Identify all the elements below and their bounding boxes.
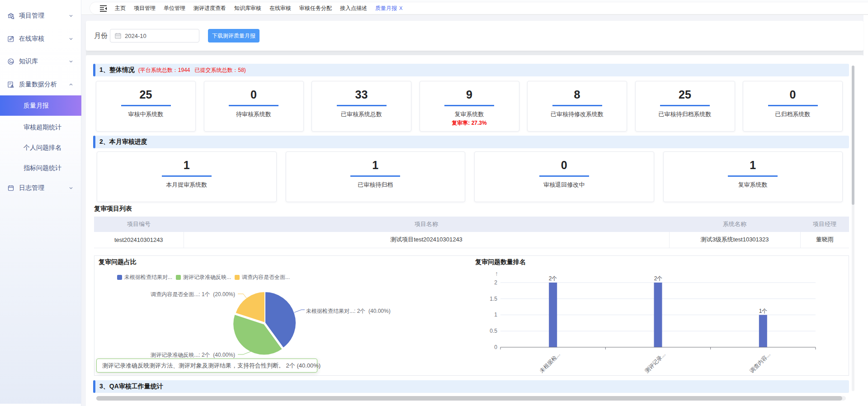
column-header-system-name: 系统名称 [669,217,800,232]
chevron-down-icon [69,59,73,64]
sidebar: 项目管理 在线审核 知识库 质量数据分析 [0,0,81,406]
stat-card-re-review: 9 复审系统数 复审率: 27.3% [420,81,519,132]
stat-label: 已审核系统总数 [312,110,411,118]
horizontal-scrollbar[interactable] [96,396,846,401]
sidebar-item-quality-analysis[interactable]: 质量数据分析 [0,73,81,96]
download-report-button[interactable]: 下载测评质量月报 [208,29,259,42]
section-header-qa-workload: 3、QA审核工作量统计 [94,380,849,393]
stat-card-re-review-count: 1 复审系统数 [663,151,843,202]
section-header-monthly-progress: 2、本月审核进度 [94,136,849,148]
sidebar-subitem-personal-issue-ranking[interactable]: 个人问题排名 [0,137,81,158]
tab-online-review[interactable]: 在线审核 [269,5,291,12]
legend-item[interactable]: 未根据检查结果对... [117,274,172,281]
table-header-row: 项目编号 项目名称 系统名称 项目经理 [94,217,849,232]
cell-project-code: test202410301243 [94,232,184,248]
sidebar-item-label: 在线审核 [19,35,44,43]
online-review-icon [7,35,14,42]
sidebar-item-label: 日志管理 [19,184,44,192]
sidebar-item-online-review[interactable]: 在线审核 [0,28,81,50]
sidebar-item-knowledge-base[interactable]: 知识库 [0,50,81,73]
sidebar-subitem-label: 质量月报 [24,102,49,110]
menu-fold-graphic [100,5,107,12]
stat-note: 复审率: 27.3% [420,119,519,127]
sidebar-item-label: 质量数据分析 [19,80,57,89]
stat-value: 0 [204,88,303,101]
tab-knowledge-review[interactable]: 知识库审核 [234,5,261,12]
stat-underline [444,105,494,106]
stat-value: 33 [312,88,411,101]
legend-item[interactable]: 调查内容是否全面... [235,274,290,281]
stat-value: 8 [528,88,627,101]
stat-value: 1 [286,159,465,171]
y-tick-0_5: 0.5 [484,328,497,334]
bar[interactable] [549,283,557,347]
menu-fold-icon[interactable] [100,5,107,12]
bar[interactable] [654,283,662,347]
section-note: (平台系统总数：1944 已提交系统总数：58) [138,66,246,74]
pie-chart-panel[interactable]: 复审问题占比 未根据检查结果对... 测评记录准确反映... 调查内容是否全面.… [94,255,472,376]
pie-callout-blue: 未根据检查结果对...: 2个 (40.00%) [306,307,391,315]
cell-project-manager: 董晓雨 [800,232,849,248]
pie-callout-yellow: 调查内容是否全面...: 1个 (20.00%) [151,291,235,298]
stat-value: 9 [420,88,519,101]
sidebar-item-label: 知识库 [19,57,38,66]
stat-value: 1 [664,159,843,171]
legend-swatch [235,275,240,280]
sidebar-subitem-label: 审核超期统计 [24,123,61,132]
sidebar-item-label: 项目管理 [19,12,44,20]
pie-tooltip-text: 测评记录准确反映测评方法、测评对象及测评结果，支持符合性判断。 2个 (40.0… [102,362,321,370]
icon-graphic [7,58,14,65]
column-header-project-manager: 项目经理 [800,217,849,232]
legend-item[interactable]: 测评记录准确反映... [176,274,231,281]
stat-value: 0 [475,159,654,171]
stat-label: 本月提审系统数 [97,181,276,189]
review-project-table: 项目编号 项目名称 系统名称 项目经理 test202410301243 测试项… [94,217,849,248]
sidebar-item-log-management[interactable]: 日志管理 [0,177,81,199]
bar-chart-panel[interactable]: 复审问题数量排名 ↑ 0 0.5 1 1.5 2 2个 2个 1个 未根据检..… [471,255,849,376]
chevron-graphic [69,59,73,64]
legend-label: 未根据检查结果对... [124,274,172,281]
month-label: 月份 [94,21,108,51]
chevron-graphic [69,186,73,190]
stat-card-reviewed-to-modify: 8 已审核待修改系统数 [527,81,627,132]
tab-review-task-assign[interactable]: 审核任务分配 [299,5,332,12]
stat-underline [350,175,400,177]
horizontal-scrollbar-thumb[interactable] [96,396,842,401]
tab-access-point[interactable]: 接入点描述 [340,5,367,12]
tab-project-management[interactable]: 项目管理 [134,5,156,12]
tab-evaluation-progress[interactable]: 测评进度查看 [193,5,226,12]
stat-underline [337,105,387,106]
sidebar-subitem-quality-monthly-report[interactable]: 质量月报 [0,95,81,116]
tab-close-icon[interactable]: X [399,5,402,11]
month-picker[interactable]: 2024-10 [110,29,199,42]
main-panel: 1、整体情况 (平台系统总数：1944 已提交系统总数：58) 25 审核中系统… [86,55,863,406]
pie-tooltip: 测评记录准确反映测评方法、测评对象及测评结果，支持符合性判断。 2个 (40.0… [96,359,317,373]
month-value: 2024-10 [125,33,146,39]
tab-quality-monthly-report[interactable]: 质量月报X [375,5,402,12]
bar[interactable] [759,315,767,348]
sidebar-subitem-label: 指标问题统计 [24,164,61,172]
stat-value: 0 [743,88,842,101]
sidebar-subitem-label: 个人问题排名 [24,144,61,152]
stat-card-reviewed-to-archive: 25 已审核待归档系统数 [635,81,735,132]
sidebar-subitem-indicator-issue-stats[interactable]: 指标问题统计 [0,158,81,178]
sidebar-subitem-overdue-review-stats[interactable]: 审核超期统计 [0,117,81,137]
stat-card-returned-for-modification: 0 审核退回修改中 [474,151,654,202]
vertical-scrollbar-thumb[interactable] [852,66,854,205]
quality-analysis-icon [7,81,14,88]
icon-graphic [7,81,14,88]
sidebar-item-project-management[interactable]: 项目管理 [0,5,81,27]
stat-underline [768,105,818,106]
y-tick-1: 1 [484,312,497,318]
stat-underline [660,105,710,106]
tab-unit-management[interactable]: 单位管理 [164,5,185,12]
legend-swatch [176,275,181,280]
stat-card-pending-review: 0 待审核系统数 [204,81,304,132]
tab-home[interactable]: 主页 [115,5,126,12]
stat-label: 已审核待归档 [286,181,465,189]
stat-label: 复审系统数 [664,181,843,189]
panel-gap [86,51,863,55]
vertical-scrollbar[interactable] [852,66,854,391]
chevron-graphic [69,82,73,87]
y-tick-1_5: 1.5 [484,296,497,302]
